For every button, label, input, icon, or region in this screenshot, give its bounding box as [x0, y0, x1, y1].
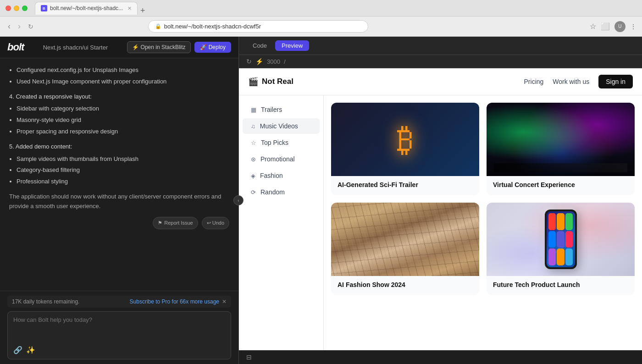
collapse-panel-button[interactable]: ‹: [233, 195, 244, 205]
chat-footer: 17K daily tokens remaining. Subscribe to…: [0, 291, 238, 364]
step5-item-3: Professional styling: [17, 177, 229, 187]
report-issue-pill[interactable]: ⚑ Report Issue: [153, 217, 198, 230]
video-title-3: AI Fashion Show 2024: [338, 281, 405, 288]
video-thumb-fashion: [331, 203, 479, 276]
step5-item-2: Category-based filtering: [17, 165, 229, 175]
sidebar-item-top-picks[interactable]: ☆ Top Picks: [243, 135, 320, 150]
traffic-light-red[interactable]: [6, 6, 11, 11]
promotional-icon: ⊛: [251, 156, 256, 163]
video-card-concert[interactable]: Virtual Concert Experience: [487, 103, 635, 195]
step4-header: 4. Created a responsive layout:: [9, 92, 229, 102]
sidebar-item-random[interactable]: ⟳ Random: [243, 184, 320, 200]
sidebar-item-music-videos[interactable]: ♫ Music Videos: [243, 118, 320, 134]
back-button[interactable]: ‹: [6, 20, 13, 33]
tab-favicon: B: [41, 5, 47, 11]
sidebar-item-fashion[interactable]: ◈ Fashion: [243, 168, 320, 183]
trailers-icon: ▦: [251, 106, 256, 113]
attachment-icon[interactable]: 🔗: [13, 346, 22, 354]
pricing-link[interactable]: Pricing: [524, 78, 544, 85]
bookmark-icon[interactable]: ☆: [590, 22, 596, 31]
video-info-4: Future Tech Product Launch: [487, 276, 635, 295]
app-content: ▦ Trailers ♫ Music Videos ☆ Top Picks ⊛ …: [239, 95, 642, 350]
subscribe-link[interactable]: Subscribe to Pro for 66x more usage: [130, 298, 219, 305]
video-card-bitcoin[interactable]: ₿ AI-Generated Sci-Fi Trailer: [331, 103, 479, 195]
sparkle-icon[interactable]: ✨: [26, 346, 35, 354]
sidebar-item-trailers[interactable]: ▦ Trailers: [243, 102, 320, 117]
code-tab[interactable]: Code: [246, 40, 273, 51]
video-title-2: Virtual Concert Experience: [493, 181, 575, 188]
bolt-brand-bar: bolt Next.js shadcn/ui Starter ⚡ Open in…: [0, 37, 238, 58]
preview-tab-button[interactable]: Preview: [275, 40, 309, 51]
preview-refresh-icon[interactable]: ↻: [246, 58, 252, 65]
main-layout: bolt Next.js shadcn/ui Starter ⚡ Open in…: [0, 37, 642, 364]
bolt-logo: bolt: [7, 41, 24, 53]
app-logo-text: Not Real: [262, 77, 293, 86]
video-thumb-tech: [487, 203, 635, 276]
fashion-icon: ◈: [251, 172, 255, 179]
video-card-fashion[interactable]: AI Fashion Show 2024: [331, 203, 479, 295]
tab-title: bolt.new/~/bolt-nextjs-shadc...: [50, 5, 123, 11]
tokens-text: 17K daily tokens remaining.: [12, 298, 79, 305]
tab-close-icon[interactable]: ✕: [127, 6, 132, 11]
step5-header: 5. Added demo content:: [9, 142, 229, 152]
avatar[interactable]: U: [614, 21, 625, 32]
header-actions: ⚡ Open in StackBlitz 🚀 Deploy: [127, 41, 231, 53]
preview-url-bar: ↻ ⚡ 3000 /: [239, 55, 642, 68]
top-picks-icon: ☆: [251, 139, 256, 146]
work-with-us-link[interactable]: Work with us: [553, 78, 589, 85]
open-stackblitz-button[interactable]: ⚡ Open in StackBlitz: [127, 41, 191, 53]
chat-prev-item-1: Configured next.config.js for Unsplash I…: [17, 66, 229, 75]
menu-icon[interactable]: ⋮: [630, 23, 636, 30]
header-title: Next.js shadcn/ui Starter: [43, 44, 108, 51]
trailers-label: Trailers: [261, 106, 282, 113]
new-tab-button[interactable]: +: [138, 6, 147, 15]
video-thumb-concert: [487, 103, 635, 176]
browser-chrome: B bolt.new/~/bolt-nextjs-shadc... ✕ +: [0, 0, 642, 17]
chat-input-actions: 🔗 ✨: [13, 346, 225, 354]
video-grid: ₿ AI-Generated Sci-Fi Trailer: [324, 95, 642, 350]
tokens-bar: 17K daily tokens remaining. Subscribe to…: [7, 296, 231, 308]
forward-button[interactable]: ›: [16, 20, 23, 33]
app-nav: 🎬 Not Real Pricing Work with us Sign in: [239, 68, 642, 95]
address-field[interactable]: 🔒 bolt.new/~/bolt-nextjs-shadcn-dcwf5r: [148, 20, 368, 33]
bottom-bar: ⊟: [239, 350, 642, 364]
music-videos-label: Music Videos: [260, 122, 298, 130]
sidebar-toggle-icon[interactable]: ⊟: [246, 353, 252, 361]
traffic-light-green[interactable]: [22, 6, 28, 11]
tab-bar: B bolt.new/~/bolt-nextjs-shadc... ✕ +: [35, 2, 624, 15]
sidebar-item-promotional[interactable]: ⊛ Promotional: [243, 151, 320, 167]
top-picks-label: Top Picks: [261, 139, 288, 146]
chat-input-wrapper[interactable]: 🔗 ✨: [7, 311, 231, 359]
film-icon: 🎬: [248, 77, 258, 87]
chat-content: Configured next.config.js for Unsplash I…: [0, 58, 238, 291]
step4-item-3: Proper spacing and responsive design: [17, 127, 229, 137]
nav-links: Pricing Work with us Sign in: [524, 75, 633, 88]
close-tokens-icon[interactable]: ✕: [222, 298, 227, 305]
app-logo: 🎬 Not Real: [248, 77, 293, 87]
right-panel: Code Preview ↻ ⚡ 3000 / 🎬 Not Real Prici…: [238, 37, 642, 364]
conclusion-text: The application should now work without …: [9, 192, 229, 211]
reload-button[interactable]: ↻: [26, 22, 36, 32]
sign-in-button[interactable]: Sign in: [598, 75, 633, 88]
left-panel: bolt Next.js shadcn/ui Starter ⚡ Open in…: [0, 37, 238, 364]
extension-icon[interactable]: ⬜: [601, 22, 610, 31]
rocket-icon: 🚀: [200, 44, 207, 50]
lightning-icon: ⚡: [132, 44, 139, 50]
video-info-1: AI-Generated Sci-Fi Trailer: [331, 176, 479, 195]
step5-item-1: Sample videos with thumbnails from Unspl…: [17, 154, 229, 164]
traffic-light-yellow[interactable]: [14, 6, 19, 11]
chat-prev-item-2: Used Next.js Image component with proper…: [17, 77, 229, 87]
preview-url-separator: /: [284, 58, 286, 65]
active-tab[interactable]: B bolt.new/~/bolt-nextjs-shadc... ✕: [35, 2, 138, 15]
deploy-button[interactable]: 🚀 Deploy: [194, 42, 231, 53]
subscribe-group: Subscribe to Pro for 66x more usage ✕: [130, 298, 227, 305]
promotional-label: Promotional: [260, 155, 295, 163]
url-text: bolt.new/~/bolt-nextjs-shadcn-dcwf5r: [164, 23, 261, 30]
random-label: Random: [260, 188, 285, 196]
video-card-tech[interactable]: Future Tech Product Launch: [487, 203, 635, 295]
undo-pill[interactable]: ↩ Undo: [202, 217, 229, 230]
chat-input[interactable]: [13, 316, 225, 342]
fashion-label: Fashion: [260, 172, 283, 179]
action-pills: ⚑ Report Issue ↩ Undo: [9, 217, 229, 230]
video-info-3: AI Fashion Show 2024: [331, 276, 479, 295]
